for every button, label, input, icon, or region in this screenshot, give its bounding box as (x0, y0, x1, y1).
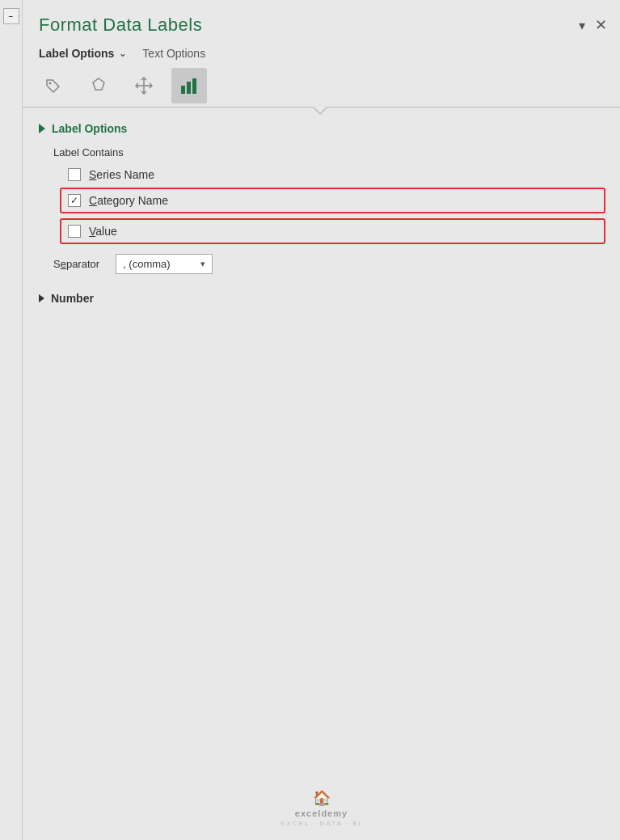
separator-label: Separator (53, 258, 99, 270)
logo-sub: excel · data · bi (280, 820, 362, 827)
tabs-row: Label Options ⌄ Text Options (23, 42, 620, 60)
series-name-label: Series Name (89, 168, 154, 181)
label-options-icon-button[interactable] (171, 68, 207, 103)
svg-rect-4 (181, 86, 185, 94)
size-position-icon (133, 74, 155, 97)
tab-label-options-text: Label Options (39, 47, 114, 60)
bar-chart-icon (178, 74, 200, 97)
label-contains-label: Label Contains (53, 146, 604, 158)
tag-icon (42, 74, 65, 97)
separator-value: , (comma) (123, 258, 171, 270)
section-title: Label Options (52, 122, 127, 135)
series-name-checkbox[interactable] (68, 168, 81, 181)
fill-line-icon-button[interactable] (36, 68, 71, 103)
pentagon-icon (87, 74, 110, 97)
section-expand-triangle (39, 124, 45, 133)
category-name-row: Category Name (61, 189, 604, 212)
separator-dropdown-arrow: ▾ (200, 259, 205, 269)
panel-content: Label Options Label Contains Series Name… (23, 108, 620, 776)
number-title: Number (51, 292, 94, 305)
left-sidebar: − (0, 0, 23, 840)
panel-header: Format Data Labels ▾ ✕ (23, 0, 620, 42)
panel-dropdown-button[interactable]: ▾ (579, 18, 585, 33)
tab-label-options-chevron: ⌄ (119, 49, 126, 59)
separator-dropdown[interactable]: , (comma) ▾ (116, 254, 213, 274)
header-controls: ▾ ✕ (579, 16, 607, 34)
svg-rect-6 (192, 78, 196, 94)
exceldemy-logo: 🏠 exceldemy excel · data · bi (36, 789, 607, 827)
value-row: Value (61, 220, 604, 243)
value-label: Value (89, 225, 117, 238)
panel-close-button[interactable]: ✕ (595, 16, 607, 34)
tab-label-options[interactable]: Label Options ⌄ (39, 47, 126, 60)
tab-text-options[interactable]: Text Options (142, 47, 205, 60)
number-expand-triangle (39, 294, 44, 302)
value-checkbox[interactable] (68, 225, 81, 238)
collapse-button[interactable]: − (3, 8, 19, 24)
logo-text: exceldemy (295, 808, 348, 818)
divider-arrow-indicator (312, 107, 328, 115)
svg-rect-5 (187, 82, 191, 94)
series-name-row: Series Name (68, 168, 604, 181)
svg-marker-1 (93, 78, 104, 90)
number-section-header[interactable]: Number (39, 292, 604, 305)
svg-point-0 (49, 82, 52, 85)
label-options-section-header: Label Options (39, 122, 604, 135)
panel-divider (23, 107, 620, 108)
size-position-icon-button[interactable] (126, 68, 162, 103)
footer: 🏠 exceldemy excel · data · bi (23, 776, 620, 840)
separator-row: Separator , (comma) ▾ (53, 254, 604, 274)
category-name-checkbox[interactable] (68, 194, 81, 207)
effects-icon-button[interactable] (81, 68, 116, 103)
logo-icon: 🏠 (313, 789, 331, 807)
category-name-label: Category Name (89, 194, 168, 207)
icon-row (23, 60, 620, 107)
format-data-labels-panel: Format Data Labels ▾ ✕ Label Options ⌄ T… (23, 0, 620, 840)
panel-title: Format Data Labels (39, 15, 202, 36)
